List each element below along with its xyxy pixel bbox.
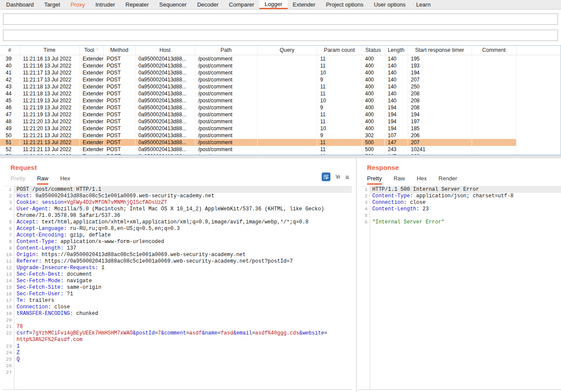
menu-item-intruder[interactable]: Intruder xyxy=(90,0,120,9)
table-row[interactable]: 4811:21:20 13 Jul 2022ExtenderPOST0a9500… xyxy=(0,118,561,125)
column-header-param-count[interactable]: Param count xyxy=(317,46,362,55)
editor-menu-icon[interactable]: ≡ xyxy=(345,173,349,181)
column-header-host[interactable]: Host xyxy=(135,46,195,55)
table-cell: 250 xyxy=(408,83,472,90)
menu-item-user-options[interactable]: User options xyxy=(369,0,411,9)
table-cell: 11:21:22 13 Jul 2022 xyxy=(20,153,79,155)
response-editor[interactable]: 1HTTP/1.1 500 Internal Server Error2Cont… xyxy=(358,186,561,390)
line-content: Upgrade-Insecure-Requests: 1 xyxy=(14,265,352,271)
line-number: 1 xyxy=(358,186,370,193)
table-row[interactable]: 4711:21:19 13 Jul 2022ExtenderPOST0a9500… xyxy=(0,111,561,118)
column-header-length[interactable]: Length xyxy=(384,46,408,55)
table-row[interactable]: 4511:21:19 13 Jul 2022ExtenderPOST0a9500… xyxy=(0,97,561,104)
table-cell xyxy=(472,90,516,97)
table-cell-filler xyxy=(516,104,561,111)
table-cell xyxy=(472,62,516,69)
menu-item-proxy[interactable]: Proxy xyxy=(65,0,90,9)
line-number: 25 xyxy=(3,356,14,363)
table-row[interactable]: 4211:21:17 13 Jul 2022ExtenderPOST0a9500… xyxy=(0,76,561,83)
table-row[interactable]: 4411:21:18 13 Jul 2022ExtenderPOST0a9500… xyxy=(0,90,561,97)
column-header-start-response-timer[interactable]: Start response timer xyxy=(408,46,472,55)
table-cell: 51 xyxy=(0,139,20,146)
table-row[interactable]: 3911:21:16 13 Jul 2022ExtenderPOST0a9500… xyxy=(0,55,561,62)
column-label: Time xyxy=(44,47,55,53)
table-cell: 400 xyxy=(362,97,384,104)
table-row[interactable]: 4611:21:19 13 Jul 2022ExtenderPOST0a9500… xyxy=(0,104,561,111)
menu-item-learn[interactable]: Learn xyxy=(411,0,436,9)
column-header-comment[interactable]: Comment xyxy=(472,46,516,55)
tab-request-raw[interactable]: Raw xyxy=(37,175,48,185)
line-number: 20 xyxy=(3,317,14,324)
response-panel: Response PrettyRawHexRender 1HTTP/1.1 50… xyxy=(357,158,561,392)
table-cell xyxy=(257,69,317,76)
column-label: Param count xyxy=(324,47,355,53)
table-row[interactable]: 5311:21:22 13 Jul 2022ExtenderPOST0a9500… xyxy=(0,153,561,155)
line-content: Cookie: session=VgFWy4D2vMfON7vMNMhjQ1Sc… xyxy=(14,199,352,206)
editor-line: 14Sec-Fetch-Mode: navigate xyxy=(3,278,352,284)
table-cell: POST xyxy=(103,76,135,83)
table-cell: 140 xyxy=(384,97,408,104)
line-number: 7 xyxy=(3,232,14,239)
table-cell-filler xyxy=(516,97,561,104)
newline-toggle[interactable]: \n xyxy=(336,174,340,180)
table-cell: Extender xyxy=(79,146,103,153)
table-row[interactable]: 4111:21:17 13 Jul 2022ExtenderPOST0a9500… xyxy=(0,69,561,76)
table-cell: 11:21:21 13 Jul 2022 xyxy=(20,132,79,139)
column-header-status[interactable]: Status xyxy=(362,46,384,55)
table-row[interactable]: 5211:21:21 13 Jul 2022ExtenderPOST0a9500… xyxy=(0,146,561,153)
table-cell: 11:21:16 13 Jul 2022 xyxy=(20,55,79,62)
menu-item-logger[interactable]: Logger xyxy=(259,0,287,9)
soft-wrap-toggle-icon[interactable] xyxy=(322,172,330,181)
menu-item-dashboard[interactable]: Dashboard xyxy=(1,0,39,9)
line-content: Sec-Fetch-User: ?1 xyxy=(14,291,352,297)
tab-request-hex[interactable]: Hex xyxy=(60,175,70,185)
menu-item-decoder[interactable]: Decoder xyxy=(192,0,224,9)
menu-item-extender[interactable]: Extender xyxy=(288,0,321,9)
table-cell xyxy=(472,104,516,111)
editor-line: 22csrf=7gYzhMCiFvi4gBEyUEEk7HmHSHM7xWAO&… xyxy=(3,330,352,337)
table-cell: 11 xyxy=(317,90,362,97)
menu-item-project-options[interactable]: Project options xyxy=(321,0,369,9)
table-row[interactable]: 4911:21:20 13 Jul 2022ExtenderPOST0a9500… xyxy=(0,125,561,132)
table-cell xyxy=(257,118,317,125)
table-row[interactable]: 5111:21:21 13 Jul 2022ExtenderPOST0a9500… xyxy=(0,139,561,146)
tab-response-hex[interactable]: Hex xyxy=(417,175,427,185)
editor-line: 13Sec-Fetch-Dest: document xyxy=(3,271,352,278)
request-editor[interactable]: 1POST /post/comment HTTP/1.12Host: 0a950… xyxy=(3,186,352,390)
table-cell: 11 xyxy=(317,55,362,62)
line-number: 16 xyxy=(3,291,14,297)
tab-response-pretty[interactable]: Pretty xyxy=(367,175,382,185)
capture-filter-bar[interactable]: Capture filter: Logger memory limit set … xyxy=(3,14,558,25)
table-cell xyxy=(472,97,516,104)
horizontal-splitter[interactable] xyxy=(0,155,561,158)
menu-item-sequencer[interactable]: Sequencer xyxy=(154,0,192,9)
table-row[interactable]: 5011:21:21 13 Jul 2022ExtenderPOST0a9500… xyxy=(0,132,561,139)
column-header-method[interactable]: Method xyxy=(103,46,135,55)
table-cell: POST xyxy=(103,62,135,69)
line-content: Accept-Language: ru-RU,ru;q=0.8,en-US;q=… xyxy=(14,226,352,232)
line-content: HTTP/1.1 500 Internal Server Error xyxy=(370,186,561,193)
view-filter-bar[interactable]: View filter: Showing all items xyxy=(3,30,558,41)
column-header-query[interactable]: Query xyxy=(257,46,317,55)
table-cell: 11 xyxy=(317,62,362,69)
table-row[interactable]: 4311:21:18 13 Jul 2022ExtenderPOST0a9500… xyxy=(0,83,561,90)
table-cell: 400 xyxy=(362,76,384,83)
editor-line: Chrome/71.0.3578.98 Safari/537.36 xyxy=(3,213,352,219)
table-cell: /post/comment xyxy=(195,55,257,62)
column-header-path[interactable]: Path xyxy=(195,46,257,55)
column-header-index[interactable]: # xyxy=(0,46,20,55)
table-cell: 46 xyxy=(0,104,20,111)
column-header-time[interactable]: Time xyxy=(20,46,79,55)
menu-item-target[interactable]: Target xyxy=(39,0,65,9)
tab-request-pretty[interactable]: Pretty xyxy=(10,175,25,185)
table-cell: 44 xyxy=(0,90,20,97)
table-cell: 107 xyxy=(384,132,408,139)
line-number: 2 xyxy=(358,193,370,199)
menu-item-repeater[interactable]: Repeater xyxy=(120,0,154,9)
menu-item-comparer[interactable]: Comparer xyxy=(224,0,259,9)
column-header-tool[interactable]: Tool^ xyxy=(79,46,103,55)
table-cell: 222 xyxy=(408,153,472,155)
tab-response-raw[interactable]: Raw xyxy=(394,175,405,185)
tab-response-render[interactable]: Render xyxy=(439,175,457,185)
table-row[interactable]: 4011:21:16 13 Jul 2022ExtenderPOST0a9500… xyxy=(0,62,561,69)
